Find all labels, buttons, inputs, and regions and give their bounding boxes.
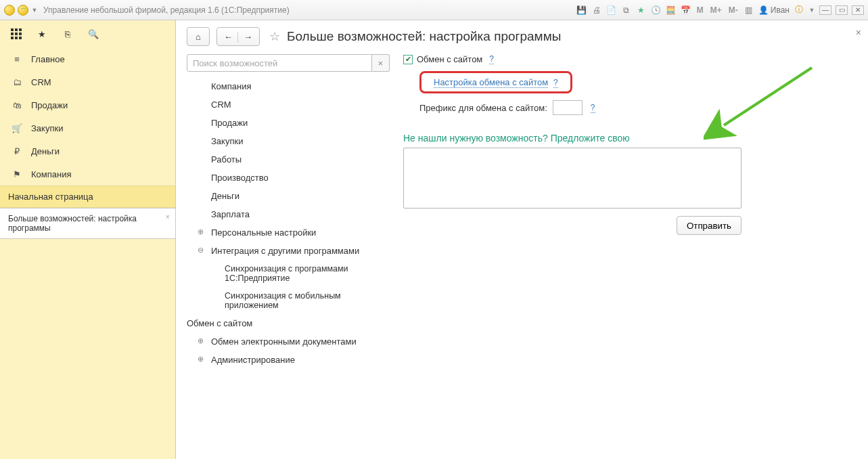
- home-button[interactable]: ⌂: [187, 27, 210, 46]
- page-close-icon[interactable]: ×: [856, 27, 861, 38]
- minimize-button[interactable]: —: [819, 5, 831, 15]
- tree-item-integration[interactable]: Интеграция с другими программами: [187, 242, 390, 260]
- panels-icon[interactable]: ▥: [744, 5, 754, 16]
- app-logo-icon: [4, 5, 15, 16]
- cart-icon: 🛒: [11, 122, 23, 134]
- tree-item-sales[interactable]: Продажи: [187, 114, 390, 132]
- sidebar-item-label: Закупки: [31, 123, 63, 133]
- document-icon[interactable]: 📄: [606, 5, 617, 16]
- sidebar-item-money[interactable]: ₽Деньги: [0, 139, 175, 162]
- basket-icon: 🛍: [11, 99, 23, 111]
- sidebar-nav: ≡Главное 🗂CRM 🛍Продажи 🛒Закупки ₽Деньги …: [0, 47, 175, 185]
- tree-item-personal[interactable]: Персональные настройки: [187, 223, 390, 242]
- sidebar-item-crm[interactable]: 🗂CRM: [0, 70, 175, 93]
- help-icon[interactable]: ?: [553, 78, 558, 88]
- nav-back-forward-button[interactable]: ←│→: [216, 27, 260, 46]
- sidebar-item-main[interactable]: ≡Главное: [0, 47, 175, 70]
- sidebar-item-label: Деньги: [31, 146, 60, 156]
- ruble-icon: ₽: [11, 145, 23, 157]
- help-icon[interactable]: ?: [591, 103, 595, 113]
- svg-rect-6: [11, 37, 14, 39]
- tree-item-sync-mobile[interactable]: Синхронизация с мобильным приложением: [187, 287, 390, 314]
- sidebar-item-label: Продажи: [31, 100, 68, 110]
- clock-icon[interactable]: 🕓: [651, 5, 662, 16]
- tree-item-admin[interactable]: Администрирование: [187, 351, 390, 369]
- search-wrap: ×: [187, 54, 390, 72]
- page-toolbar: ⌂ ←│→ ☆ Больше возможностей: настройка п…: [187, 27, 857, 46]
- memory-m-plus[interactable]: M+: [709, 5, 723, 15]
- tree-item-edoc[interactable]: Обмен электронными документами: [187, 332, 390, 351]
- tree-item-salary[interactable]: Зарплата: [187, 205, 390, 223]
- options-tree-column: × Компания CRM Продажи Закупки Работы Пр…: [187, 54, 390, 369]
- site-exchange-config-link[interactable]: Настройка обмена с сайтом: [434, 77, 548, 88]
- sidebar-item-label: Главное: [31, 54, 65, 64]
- search-clear-button[interactable]: ×: [372, 54, 390, 72]
- star-icon[interactable]: ★: [35, 27, 49, 41]
- menu-icon: ≡: [11, 53, 23, 65]
- history-dropdown-icon[interactable]: ▼: [31, 7, 38, 14]
- crm-icon: 🗂: [11, 76, 23, 88]
- info-dropdown-icon[interactable]: ▼: [808, 7, 815, 14]
- submit-row: Отправить: [403, 216, 741, 235]
- sidebar-item-company[interactable]: ⚑Компания: [0, 162, 175, 185]
- titlebar-right: 💾 🖨 📄 ⧉ ★ 🕓 🧮 📅 M M+ M- ▥ 👤 Иван ⓘ ▼ — ▭…: [576, 5, 864, 16]
- info-icon[interactable]: ⓘ: [794, 5, 804, 16]
- memory-m-minus[interactable]: M-: [727, 5, 739, 15]
- svg-rect-0: [11, 28, 14, 31]
- user-icon: 👤: [758, 5, 769, 15]
- sidebar-item-purchases[interactable]: 🛒Закупки: [0, 116, 175, 139]
- tree-item-crm[interactable]: CRM: [187, 95, 390, 114]
- search-input[interactable]: [187, 54, 372, 72]
- highlight-box: Настройка обмена с сайтом ?: [419, 71, 572, 93]
- calendar-icon[interactable]: 📅: [681, 5, 691, 16]
- help-icon[interactable]: ?: [489, 54, 494, 64]
- sidebar-tab-label: Больше возможностей: настройка программы: [8, 214, 137, 233]
- svg-rect-8: [19, 37, 22, 39]
- back-history-icon[interactable]: [18, 5, 28, 16]
- tree-item-works[interactable]: Работы: [187, 150, 390, 169]
- flag-icon: ⚑: [11, 168, 23, 180]
- user-name: Иван: [771, 5, 790, 15]
- sidebar-item-label: CRM: [31, 77, 51, 87]
- options-tree: Компания CRM Продажи Закупки Работы Прои…: [187, 77, 390, 369]
- svg-rect-4: [15, 32, 18, 35]
- svg-rect-7: [15, 37, 18, 39]
- titlebar: ▼ Управление небольшой фирмой, редакция …: [0, 0, 868, 20]
- maximize-button[interactable]: ▭: [836, 5, 848, 15]
- close-window-button[interactable]: ✕: [852, 5, 864, 15]
- sidebar-tab-close-icon[interactable]: ×: [166, 213, 170, 221]
- suggest-label: Не нашли нужную возможность? Предложите …: [403, 133, 782, 144]
- sections-icon[interactable]: [9, 27, 23, 41]
- memory-m[interactable]: M: [695, 5, 705, 15]
- user-indicator[interactable]: 👤 Иван: [758, 5, 790, 15]
- sidebar-item-sales[interactable]: 🛍Продажи: [0, 93, 175, 116]
- sidebar-item-label: Компания: [31, 169, 72, 179]
- prefix-label: Префикс для обмена с сайтом:: [419, 103, 547, 113]
- tree-item-sync-1c[interactable]: Синхронизация с программами 1С:Предприят…: [187, 260, 390, 287]
- tree-item-purchases[interactable]: Закупки: [187, 132, 390, 150]
- site-exchange-label: Обмен с сайтом: [417, 54, 482, 64]
- search-icon[interactable]: 🔍: [87, 27, 100, 41]
- tree-item-money[interactable]: Деньги: [187, 187, 390, 205]
- tree-item-site-exchange-wrap[interactable]: Обмен с сайтом: [187, 314, 390, 332]
- save-icon[interactable]: 💾: [576, 5, 587, 16]
- submit-button[interactable]: Отправить: [677, 216, 741, 235]
- prefix-row: Префикс для обмена с сайтом: ?: [419, 100, 782, 115]
- favorite-icon[interactable]: ★: [636, 5, 647, 16]
- calculator-icon[interactable]: 🧮: [666, 5, 677, 16]
- sidebar-home-section[interactable]: Начальная страница: [0, 185, 175, 208]
- prefix-input[interactable]: [553, 100, 583, 115]
- site-exchange-checkbox[interactable]: [403, 55, 413, 64]
- print-icon[interactable]: 🖨: [591, 5, 602, 16]
- compare-icon[interactable]: ⧉: [621, 5, 632, 16]
- site-exchange-checkbox-row: Обмен с сайтом ?: [403, 54, 782, 64]
- svg-rect-3: [11, 32, 14, 35]
- tree-item-production[interactable]: Производство: [187, 169, 390, 187]
- page-title: Больше возможностей: настройка программы: [287, 29, 561, 44]
- suggest-textarea[interactable]: [403, 148, 741, 209]
- tree-item-company[interactable]: Компания: [187, 77, 390, 95]
- pin-icon[interactable]: ⎘: [61, 27, 74, 41]
- favorite-outline-icon[interactable]: ☆: [269, 29, 280, 44]
- sidebar-active-tab[interactable]: Больше возможностей: настройка программы…: [0, 208, 175, 239]
- svg-rect-1: [15, 28, 18, 31]
